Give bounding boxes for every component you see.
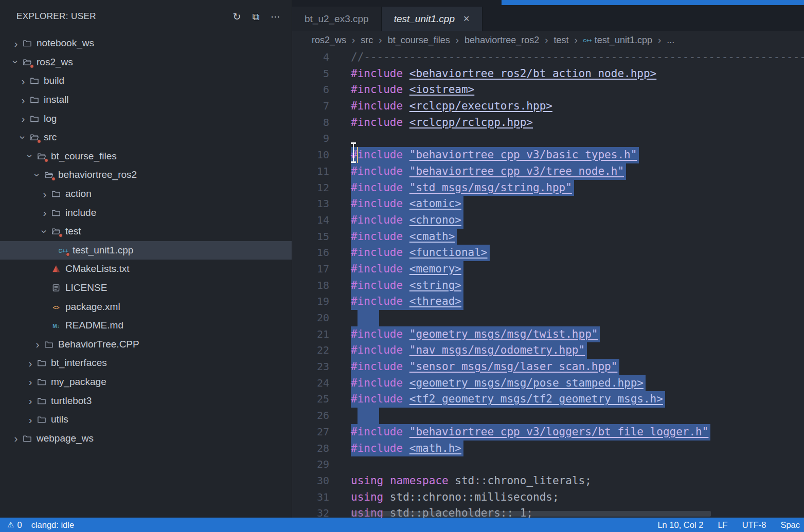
more-actions-icon[interactable]: ⋯ bbox=[271, 12, 280, 22]
code-token: #include bbox=[351, 246, 409, 259]
tree-item-label: build bbox=[44, 75, 64, 86]
breadcrumb-item-src[interactable]: src bbox=[361, 35, 373, 46]
chevron-icon: › bbox=[24, 376, 37, 387]
tree-item-ros2_ws[interactable]: ›ros2_ws bbox=[0, 53, 292, 72]
tree-item-install[interactable]: ›install bbox=[0, 90, 292, 109]
code-line[interactable]: 31using std::chrono::milliseconds; bbox=[292, 489, 804, 506]
code-line[interactable]: 22#include "nav_msgs/msg/odometry.hpp" bbox=[292, 342, 804, 359]
tree-item-LICENSE[interactable]: ›LICENSE bbox=[0, 279, 292, 298]
breadcrumb-label: test_unit1.cpp bbox=[595, 35, 652, 46]
code-line[interactable]: 25#include <tf2_geometry_msgs/tf2_geomet… bbox=[292, 391, 804, 408]
code-line[interactable]: 27#include "behaviortree_cpp_v3/loggers/… bbox=[292, 424, 804, 441]
code-line[interactable]: 6#include <iostream> bbox=[292, 82, 804, 98]
tree-item-action[interactable]: ›action bbox=[0, 185, 292, 204]
code-token: <math.h> bbox=[409, 442, 461, 454]
code-token: #include bbox=[351, 263, 409, 275]
code-line[interactable]: 4//-------------------------------------… bbox=[292, 49, 804, 66]
horizontal-scrollbar[interactable] bbox=[351, 511, 711, 517]
tree-item-utils[interactable]: ›utils bbox=[0, 410, 292, 429]
code-line[interactable]: 8#include <rclcpp/rclcpp.hpp> bbox=[292, 115, 804, 131]
code-line[interactable]: 11#include "behaviortree_cpp_v3/tree_nod… bbox=[292, 163, 804, 180]
explorer-actions: ↻ ⧉ ⋯ bbox=[233, 12, 281, 22]
code-line[interactable]: 13#include <atomic> bbox=[292, 196, 804, 212]
modified-dot bbox=[59, 233, 63, 237]
line-content: #include <math.h> bbox=[351, 441, 463, 457]
cursor-position[interactable]: Ln 10, Col 2 bbox=[657, 520, 703, 530]
refresh-icon[interactable]: ↻ bbox=[233, 12, 241, 22]
breadcrumb-item-test_unit1.cpp[interactable]: C++test_unit1.cpp bbox=[583, 35, 652, 46]
code-line[interactable]: 18#include <string> bbox=[292, 278, 804, 294]
tree-item-bt_interfaces[interactable]: ›bt_interfaces bbox=[0, 354, 292, 373]
line-content: using namespace std::chrono_literals; bbox=[351, 473, 592, 489]
code-editor[interactable]: 4//-------------------------------------… bbox=[292, 49, 804, 518]
cpp-file-icon: C++ bbox=[59, 246, 68, 255]
tree-item-src[interactable]: ›src bbox=[0, 128, 292, 147]
tree-item-README.md[interactable]: ›M↓README.md bbox=[0, 316, 292, 335]
code-token: std::chrono::milliseconds; bbox=[383, 491, 559, 503]
breadcrumb-item-ros2_ws[interactable]: ros2_ws bbox=[312, 35, 346, 46]
tree-item-bt_course_files[interactable]: ›bt_course_files bbox=[0, 147, 292, 166]
tree-item-log[interactable]: ›log bbox=[0, 109, 292, 128]
code-line[interactable]: 30using namespace std::chrono_literals; bbox=[292, 473, 804, 489]
breadcrumb-label: bt_course_files bbox=[388, 35, 450, 46]
code-line[interactable]: 24#include <geometry_msgs/msg/pose_stamp… bbox=[292, 375, 804, 392]
breadcrumb-item-bt_course_files[interactable]: bt_course_files bbox=[388, 35, 450, 46]
tree-item-notebook_ws[interactable]: ›notebook_ws bbox=[0, 34, 292, 53]
folder-icon bbox=[30, 95, 39, 104]
tree-item-my_package[interactable]: ›my_package bbox=[0, 373, 292, 392]
tree-item-build[interactable]: ›build bbox=[0, 71, 292, 90]
tab-test_unit1.cpp[interactable]: test_unit1.cpp✕ bbox=[382, 7, 483, 31]
tab-label: bt_u2_ex3.cpp bbox=[305, 13, 369, 25]
line-content: #include "geometry_msgs/msg/twist.hpp" bbox=[351, 326, 600, 343]
line-content: #include <iostream> bbox=[351, 82, 474, 98]
code-line[interactable]: 28#include <math.h> bbox=[292, 441, 804, 457]
code-line[interactable]: 12#include "std_msgs/msg/string.hpp" bbox=[292, 180, 804, 196]
indent-indicator[interactable]: Spac bbox=[780, 520, 800, 530]
code-line[interactable]: 20 bbox=[292, 310, 804, 326]
problems-count: 0 bbox=[17, 520, 22, 530]
tree-item-CMakeLists.txt[interactable]: ›CMakeLists.txt bbox=[0, 260, 292, 279]
close-icon[interactable]: ✕ bbox=[463, 14, 470, 24]
tree-item-test[interactable]: ›test bbox=[0, 222, 292, 241]
breadcrumb-item-behaviortree_ros2[interactable]: behaviortree_ros2 bbox=[464, 35, 539, 46]
tree-item-turtlebot3[interactable]: ›turtlebot3 bbox=[0, 391, 292, 410]
code-line[interactable]: 14#include <chrono> bbox=[292, 212, 804, 229]
chevron-icon: › bbox=[9, 433, 23, 444]
code-token: //--------------------------------------… bbox=[351, 51, 804, 63]
tree-item-webpage_ws[interactable]: ›webpage_ws bbox=[0, 429, 292, 448]
code-line[interactable]: 29 bbox=[292, 456, 804, 473]
tree-item-label: package.xml bbox=[65, 301, 120, 313]
collapse-folders-icon[interactable]: ⧉ bbox=[252, 12, 259, 22]
breadcrumb-item-test[interactable]: test bbox=[554, 35, 569, 46]
tree-item-test_unit1.cpp[interactable]: ›C++test_unit1.cpp bbox=[0, 241, 292, 260]
code-line[interactable]: 7#include <rclcpp/executors.hpp> bbox=[292, 98, 804, 115]
code-line[interactable]: 23#include "sensor_msgs/msg/laser_scan.h… bbox=[292, 359, 804, 375]
code-line[interactable]: 26 bbox=[292, 408, 804, 424]
tree-item-BehaviorTree.CPP[interactable]: ›BehaviorTree.CPP bbox=[0, 335, 292, 354]
clangd-status[interactable]: clangd: idle bbox=[31, 520, 74, 530]
folder-icon bbox=[23, 58, 32, 67]
code-line[interactable]: 15#include <cmath> bbox=[292, 229, 804, 245]
encoding-indicator[interactable]: UTF-8 bbox=[742, 520, 766, 530]
code-line[interactable]: 5#include <behaviortree_ros2/bt_action_n… bbox=[292, 66, 804, 82]
tree-item-behaviortree_ros2[interactable]: ›behaviortree_ros2 bbox=[0, 166, 292, 185]
code-line[interactable]: 16#include <functional> bbox=[292, 245, 804, 261]
tree-item-label: ros2_ws bbox=[37, 57, 73, 68]
tree-item-package.xml[interactable]: ›<>package.xml bbox=[0, 297, 292, 316]
code-line[interactable]: 17#include <memory> bbox=[292, 261, 804, 278]
breadcrumb-item-...[interactable]: ... bbox=[667, 35, 674, 46]
code-line[interactable]: 19#include <thread> bbox=[292, 293, 804, 310]
problems-indicator[interactable]: ⚠ 0 bbox=[7, 520, 22, 530]
folder-icon bbox=[37, 415, 46, 424]
eol-indicator[interactable]: LF bbox=[718, 520, 727, 530]
line-number: 8 bbox=[292, 115, 329, 131]
tree-item-include[interactable]: ›include bbox=[0, 203, 292, 222]
code-line[interactable]: 9 bbox=[292, 131, 804, 147]
tree-item-label: turtlebot3 bbox=[51, 395, 92, 407]
chevron-icon: › bbox=[32, 168, 43, 181]
tab-bt_u2_ex3.cpp[interactable]: bt_u2_ex3.cpp bbox=[292, 7, 382, 31]
indent-pad bbox=[329, 408, 336, 424]
code-line[interactable]: 10#include "behaviortree_cpp_v3/basic_ty… bbox=[292, 147, 804, 163]
code-line[interactable]: 21#include "geometry_msgs/msg/twist.hpp" bbox=[292, 326, 804, 343]
folder-icon bbox=[44, 340, 53, 349]
